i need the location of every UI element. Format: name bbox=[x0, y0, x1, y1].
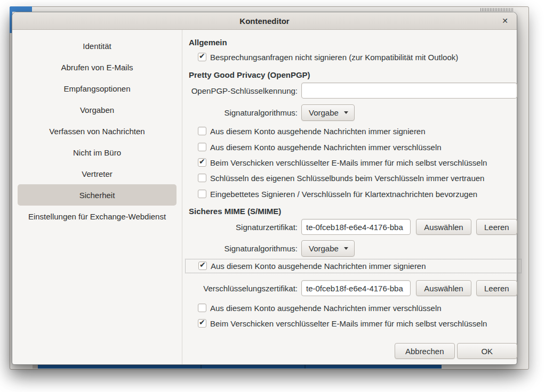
sidebar-item-receiving-email[interactable]: Abrufen von E-Mails bbox=[18, 56, 177, 78]
checkbox-pgp-encrypt-to-self[interactable]: Beim Verschicken verschlüsselter E-Mails… bbox=[198, 158, 517, 167]
chevron-down-icon bbox=[344, 111, 348, 114]
dialog-body: IdentitätAbrufen von E-MailsEmpfangsopti… bbox=[12, 30, 517, 364]
smime-sign-cert-label: Signaturzertifikat: bbox=[189, 223, 298, 232]
smime-sign-cert-row: Signaturzertifikat: te-0fceb18f-e6e4-417… bbox=[189, 219, 517, 235]
sidebar-item-identity[interactable]: Identität bbox=[18, 35, 177, 56]
sidebar-item-defaults[interactable]: Vorgaben bbox=[18, 99, 177, 120]
window-title: Konteneditor bbox=[239, 17, 289, 26]
checkbox-pgp-always-sign[interactable]: Aus diesem Konto ausgehende Nachrichten … bbox=[198, 126, 517, 136]
checkbox-outlook-compat[interactable]: Besprechungsanfragen nicht signieren (zu… bbox=[198, 52, 517, 62]
sidebar-item-receiving-options[interactable]: Empfangsoptionen bbox=[18, 78, 177, 99]
sidebar-item-exchange-settings[interactable]: Einstellungen für Exchange-Webdienst bbox=[18, 206, 177, 227]
smime-encrypt-cert-clear-button[interactable]: Leeren bbox=[476, 280, 517, 296]
smime-encrypt-cert-select-button[interactable]: Auswählen bbox=[416, 280, 471, 296]
smime-sign-cert-input[interactable]: te-0fceb18f-e6e4-4176-bba bbox=[301, 219, 411, 235]
account-editor-dialog: Konteneditor IdentitätAbrufen von E-Mail… bbox=[12, 12, 517, 365]
ok-button[interactable]: OK bbox=[457, 343, 517, 359]
checkbox-icon[interactable] bbox=[198, 53, 206, 61]
checkbox-pgp-always-encrypt[interactable]: Aus diesem Konto ausgehende Nachrichten … bbox=[198, 142, 517, 152]
checkbox-icon[interactable] bbox=[198, 143, 206, 151]
sidebar-item-delegates[interactable]: Vertreter bbox=[18, 163, 177, 184]
cancel-button[interactable]: Abbrechen bbox=[395, 343, 455, 359]
smime-algo-dropdown[interactable]: Vorgabe bbox=[301, 240, 355, 257]
openpgp-algo-label: Signaturalgorithmus: bbox=[189, 108, 298, 117]
smime-encrypt-cert-label: Verschlüsselungszertifikat: bbox=[189, 284, 298, 293]
smime-encrypt-cert-row: Verschlüsselungszertifikat: te-0fceb18f-… bbox=[189, 280, 517, 296]
sidebar: IdentitätAbrufen von E-MailsEmpfangsopti… bbox=[12, 30, 182, 364]
openpgp-algo-row: Signaturalgorithmus: Vorgabe bbox=[189, 104, 517, 121]
background-active-tab bbox=[10, 6, 32, 12]
section-heading-smime: Sicheres MIME (S/MIME) bbox=[189, 207, 517, 216]
openpgp-algo-dropdown[interactable]: Vorgabe bbox=[301, 104, 355, 121]
sidebar-item-out-of-office[interactable]: Nicht im Büro bbox=[18, 142, 177, 163]
desktop: Konteneditor IdentitätAbrufen von E-Mail… bbox=[0, 0, 545, 392]
dialog-actions: Abbrechen OK bbox=[395, 343, 517, 359]
checkbox-icon[interactable] bbox=[198, 262, 207, 270]
background-window-text bbox=[480, 8, 514, 11]
checkbox-pgp-inline-sign[interactable]: Eingebettetes Signieren / Verschlüsseln … bbox=[198, 189, 517, 199]
checkbox-icon[interactable] bbox=[198, 319, 206, 328]
security-page: Allgemein Besprechungsanfragen nicht sig… bbox=[182, 30, 523, 364]
titlebar[interactable]: Konteneditor bbox=[12, 12, 517, 30]
smime-encrypt-cert-input[interactable]: te-0fceb18f-e6e4-4176-bba bbox=[301, 280, 411, 296]
checkbox-icon[interactable] bbox=[198, 158, 206, 167]
focused-row: Aus diesem Konto ausgehende Nachrichten … bbox=[185, 259, 522, 273]
checkbox-icon[interactable] bbox=[198, 304, 206, 312]
smime-algo-label: Signaturalgorithmus: bbox=[189, 244, 298, 253]
section-heading-openpgp: Pretty Good Privacy (OpenPGP) bbox=[189, 70, 517, 80]
checkbox-icon[interactable] bbox=[198, 190, 206, 198]
checkbox-icon[interactable] bbox=[198, 174, 206, 182]
checkbox-icon[interactable] bbox=[198, 127, 206, 135]
smime-sign-cert-clear-button[interactable]: Leeren bbox=[476, 219, 517, 235]
checkbox-pgp-trust-keyring[interactable]: Schlüsseln des eigenen Schlüsselbunds be… bbox=[198, 173, 517, 183]
openpgp-key-row: OpenPGP-Schlüsselkennung: bbox=[189, 83, 517, 99]
section-heading-general: Allgemein bbox=[189, 38, 517, 47]
smime-algo-row: Signaturalgorithmus: Vorgabe bbox=[189, 240, 517, 257]
chevron-down-icon bbox=[344, 247, 348, 250]
checkbox-smime-always-encrypt[interactable]: Aus diesem Konto ausgehende Nachrichten … bbox=[198, 303, 517, 313]
sidebar-item-security[interactable]: Sicherheit bbox=[18, 184, 177, 206]
openpgp-key-label: OpenPGP-Schlüsselkennung: bbox=[189, 86, 298, 95]
smime-sign-cert-select-button[interactable]: Auswählen bbox=[416, 219, 471, 235]
sidebar-item-composing[interactable]: Verfassen von Nachrichten bbox=[18, 120, 177, 142]
close-icon[interactable] bbox=[498, 12, 512, 29]
checkbox-smime-always-sign[interactable]: Aus diesem Konto ausgehende Nachrichten … bbox=[198, 261, 521, 271]
openpgp-key-input[interactable] bbox=[301, 83, 517, 99]
checkbox-smime-encrypt-to-self[interactable]: Beim Verschicken verschlüsselter E-Mails… bbox=[198, 318, 517, 328]
